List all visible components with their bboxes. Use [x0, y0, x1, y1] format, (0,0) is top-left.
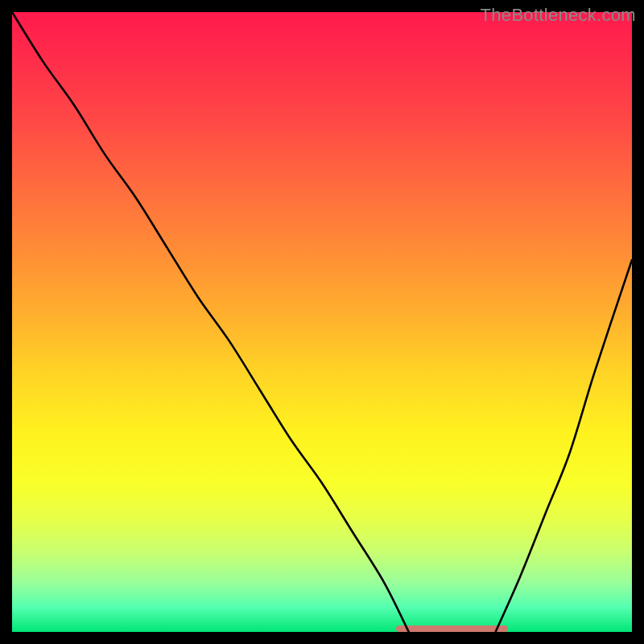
figure-frame: TheBottleneck.com [0, 0, 644, 644]
bottleneck-curve [12, 12, 632, 632]
plot-area [12, 12, 632, 632]
watermark-text: TheBottleneck.com [481, 5, 636, 26]
